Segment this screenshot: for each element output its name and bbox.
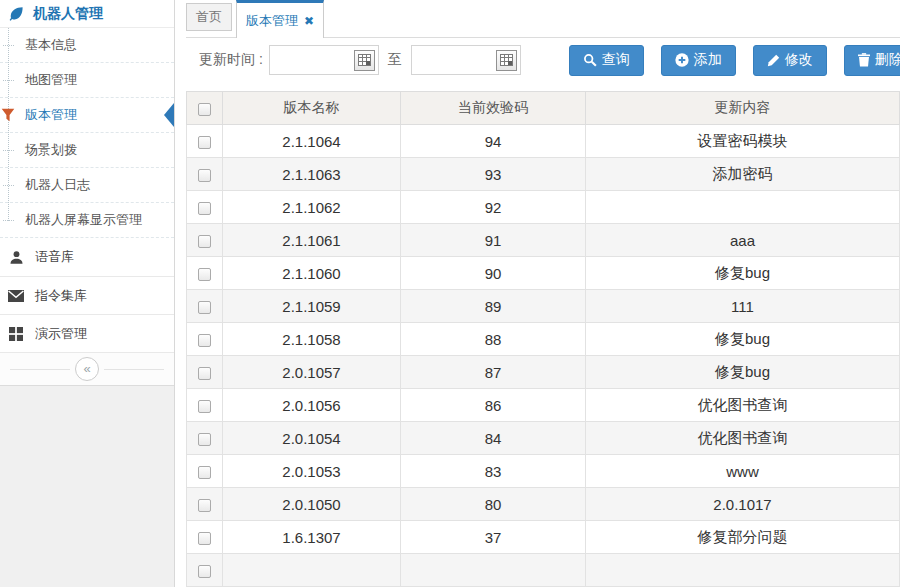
row-checkbox-cell — [187, 521, 223, 554]
row-checkbox[interactable] — [198, 235, 211, 248]
cell-version: 2.1.1061 — [223, 224, 401, 257]
table-row: 2.1.106191aaa — [187, 224, 900, 257]
sidebar-submenu: 基本信息地图管理版本管理场景划拨机器人日志机器人屏幕显示管理 — [0, 28, 174, 238]
sidebar-section-label: 演示管理 — [35, 325, 87, 343]
search-icon — [583, 53, 597, 67]
button-label: 删除 — [875, 51, 900, 69]
cell-version: 2.0.1056 — [223, 389, 401, 422]
date-from-input[interactable] — [270, 46, 354, 74]
sidebar-collapse-row: « — [0, 352, 174, 385]
cell-checksum: 90 — [401, 257, 586, 290]
delete-button[interactable]: 删除 — [844, 45, 900, 76]
cell-version — [223, 554, 401, 587]
sidebar-header-label: 机器人管理 — [33, 5, 103, 23]
cell-version: 2.0.1057 — [223, 356, 401, 389]
divider — [10, 369, 70, 370]
filter-row: 更新时间 : 至 查询添加修改删除 — [186, 38, 900, 82]
sidebar-item[interactable]: 地图管理 — [0, 63, 174, 98]
add-button[interactable]: 添加 — [661, 45, 736, 76]
sidebar: 机器人管理 基本信息地图管理版本管理场景划拨机器人日志机器人屏幕显示管理 语音库… — [0, 0, 175, 587]
cell-checksum: 91 — [401, 224, 586, 257]
cell-checksum: 84 — [401, 422, 586, 455]
row-checkbox-cell — [187, 191, 223, 224]
collapse-left-icon[interactable]: « — [75, 357, 99, 381]
row-checkbox[interactable] — [198, 400, 211, 413]
row-checkbox[interactable] — [198, 466, 211, 479]
sidebar-empty-area — [0, 385, 174, 587]
select-all-checkbox[interactable] — [198, 103, 211, 116]
cell-checksum: 89 — [401, 290, 586, 323]
toolbar: 查询添加修改删除 — [569, 45, 900, 76]
sidebar-item[interactable]: 机器人屏幕显示管理 — [0, 203, 174, 238]
table-row: 2.0.105787修复bug — [187, 356, 900, 389]
cell-version: 2.0.1054 — [223, 422, 401, 455]
sidebar-header[interactable]: 机器人管理 — [0, 0, 174, 28]
button-label: 添加 — [694, 51, 722, 69]
row-checkbox-cell — [187, 455, 223, 488]
sidebar-section-label: 指令集库 — [35, 287, 87, 305]
row-checkbox[interactable] — [198, 301, 211, 314]
sidebar-section-3[interactable]: 演示管理 — [0, 314, 174, 352]
row-checkbox[interactable] — [198, 202, 211, 215]
sidebar-item[interactable]: 基本信息 — [0, 28, 174, 63]
sidebar-item-label: 场景划拨 — [25, 141, 77, 159]
date-to-input[interactable] — [412, 46, 496, 74]
envelope-icon — [8, 290, 24, 302]
tab-bar: 首页版本管理✖ — [186, 0, 900, 38]
row-checkbox[interactable] — [198, 136, 211, 149]
table-row: 2.1.105989111 — [187, 290, 900, 323]
table-row: 1.6.130737修复部分问题 — [187, 521, 900, 554]
column-header: 版本名称 — [223, 92, 401, 125]
edit-icon — [767, 54, 780, 67]
cell-content: 优化图书查询 — [586, 422, 900, 455]
cell-content: 设置密码模块 — [586, 125, 900, 158]
table-row: 2.1.106292 — [187, 191, 900, 224]
sidebar-item-label: 基本信息 — [25, 36, 77, 54]
row-checkbox[interactable] — [198, 367, 211, 380]
row-checkbox[interactable] — [198, 499, 211, 512]
sidebar-item-label: 地图管理 — [25, 71, 77, 89]
row-checkbox[interactable] — [198, 532, 211, 545]
table-container: 版本名称当前效验码更新内容 2.1.106494设置密码模块2.1.106393… — [186, 91, 900, 587]
edit-button[interactable]: 修改 — [753, 45, 827, 76]
table-row: 2.0.105383www — [187, 455, 900, 488]
cell-checksum — [401, 554, 586, 587]
sidebar-section-2[interactable]: 指令集库 — [0, 276, 174, 314]
cell-checksum: 83 — [401, 455, 586, 488]
column-header: 当前效验码 — [401, 92, 586, 125]
cell-checksum: 88 — [401, 323, 586, 356]
table-row: 2.0.105484优化图书查询 — [187, 422, 900, 455]
tab-home[interactable]: 首页 — [186, 3, 232, 31]
row-checkbox-cell — [187, 290, 223, 323]
cell-version: 1.6.1307 — [223, 521, 401, 554]
column-header: 更新内容 — [586, 92, 900, 125]
row-checkbox-cell — [187, 356, 223, 389]
cell-checksum: 37 — [401, 521, 586, 554]
search-button[interactable]: 查询 — [569, 45, 644, 76]
cell-version: 2.0.1053 — [223, 455, 401, 488]
versions-table: 版本名称当前效验码更新内容 2.1.106494设置密码模块2.1.106393… — [186, 91, 900, 587]
row-checkbox[interactable] — [198, 334, 211, 347]
sidebar-section-1[interactable]: 语音库 — [0, 238, 174, 276]
calendar-icon[interactable] — [354, 50, 375, 71]
sidebar-item[interactable]: 机器人日志 — [0, 168, 174, 203]
sidebar-item[interactable]: 场景划拨 — [0, 133, 174, 168]
row-checkbox[interactable] — [198, 268, 211, 281]
sidebar-item[interactable]: 版本管理 — [0, 98, 174, 133]
calendar-icon[interactable] — [496, 50, 517, 71]
tab-version-manage[interactable]: 版本管理✖ — [236, 0, 324, 38]
plus-icon — [675, 53, 689, 67]
tree-dash — [3, 150, 14, 151]
tree-dash — [3, 185, 14, 186]
cell-content: 添加密码 — [586, 158, 900, 191]
close-icon[interactable]: ✖ — [304, 14, 314, 28]
cell-content: aaa — [586, 224, 900, 257]
row-checkbox-cell — [187, 224, 223, 257]
cell-content: 修复部分问题 — [586, 521, 900, 554]
row-checkbox[interactable] — [198, 433, 211, 446]
cell-checksum: 92 — [401, 191, 586, 224]
cell-content — [586, 191, 900, 224]
table-row: 2.1.106393添加密码 — [187, 158, 900, 191]
row-checkbox[interactable] — [198, 565, 211, 578]
row-checkbox[interactable] — [198, 169, 211, 182]
